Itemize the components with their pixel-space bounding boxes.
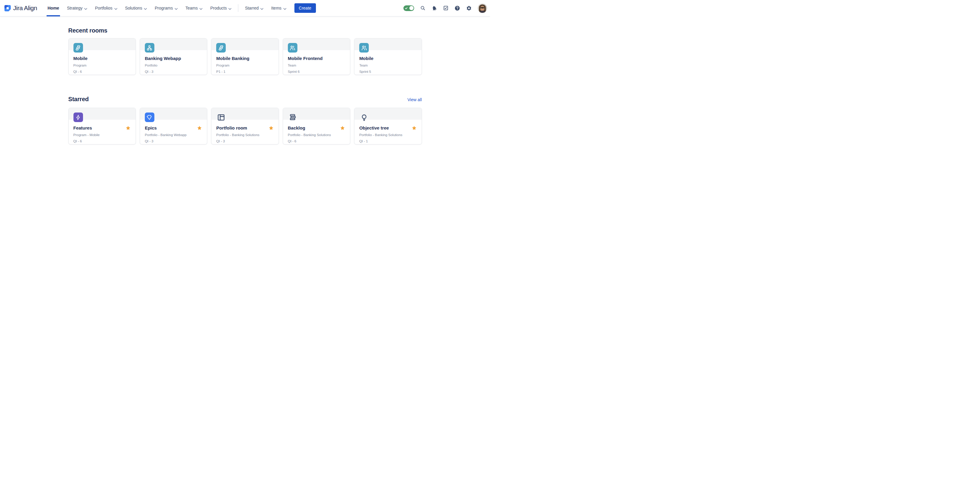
roadmap-icon — [73, 43, 83, 52]
card-meta: QI - 6 — [288, 139, 345, 143]
view-all-link[interactable]: View all — [407, 97, 422, 102]
backlog-icon — [288, 113, 298, 122]
card-title: Features — [73, 126, 92, 131]
team-icon — [359, 43, 369, 52]
room-card[interactable]: Features Program - Mobile QI - 6 — [68, 108, 136, 145]
nav-item-teams[interactable]: Teams — [181, 0, 206, 16]
card-title: Objective tree — [359, 126, 389, 131]
recent-rooms-header: Recent rooms — [68, 27, 422, 34]
check-icon — [405, 7, 407, 10]
notifications-icon[interactable] — [431, 5, 438, 12]
star-icon[interactable] — [340, 126, 345, 131]
nav-item-label: Portfolios — [95, 6, 112, 10]
sync-toggle[interactable] — [403, 5, 414, 11]
chevron-down-icon — [260, 6, 263, 11]
room-card[interactable]: Mobile Team Sprint 5 — [354, 38, 422, 75]
card-title: Mobile — [73, 56, 88, 61]
brand-name: Jira Align — [13, 5, 37, 12]
nav-item-items[interactable]: Items — [267, 0, 290, 16]
card-meta: QI - 3 — [145, 139, 202, 143]
nav-item-solutions[interactable]: Solutions — [121, 0, 151, 16]
top-nav-bar: Jira Align HomeStrategyPortfoliosSolutio… — [0, 0, 490, 16]
card-meta: QI - 3 — [216, 139, 274, 143]
nav-item-products[interactable]: Products — [206, 0, 235, 16]
room-card[interactable]: Portfolio room Portfolio - Banking Solut… — [211, 108, 278, 145]
chevron-down-icon — [199, 6, 202, 11]
room-card[interactable]: Objective tree Portfolio - Banking Solut… — [354, 108, 422, 145]
chevron-down-icon — [175, 6, 178, 11]
room-card[interactable]: Banking Webapp Portfolio QI - 3 — [140, 38, 207, 75]
create-button[interactable]: Create — [294, 3, 316, 13]
card-meta: Sprint 5 — [359, 70, 417, 74]
card-meta: QI - 1 — [359, 139, 417, 143]
starred-cards: Features Program - Mobile QI - 6 Epics P… — [68, 108, 422, 145]
section-title-starred: Starred — [68, 96, 89, 103]
chevron-down-icon — [144, 6, 147, 11]
card-subtitle: Portfolio — [145, 64, 202, 67]
tasks-icon[interactable] — [443, 5, 449, 11]
card-subtitle: Program — [73, 64, 131, 67]
toggle-knob — [409, 6, 414, 10]
star-icon[interactable] — [197, 126, 202, 131]
nav-item-label: Products — [210, 6, 227, 10]
star-icon[interactable] — [412, 126, 417, 131]
card-meta: QI - 3 — [145, 70, 202, 74]
brand-logo[interactable]: Jira Align — [4, 5, 37, 12]
nav-item-programs[interactable]: Programs — [151, 0, 181, 16]
nav-item-strategy[interactable]: Strategy — [63, 0, 91, 16]
card-title: Banking Webapp — [145, 56, 181, 61]
card-meta: Sprint 6 — [288, 70, 345, 74]
nav-right-controls — [403, 3, 487, 13]
star-icon[interactable] — [269, 126, 274, 131]
card-title: Mobile Frontend — [288, 56, 323, 61]
chevron-down-icon — [228, 6, 231, 11]
nav-item-portfolios[interactable]: Portfolios — [91, 0, 121, 16]
card-subtitle: Program — [216, 64, 274, 67]
nav-item-label: Strategy — [67, 6, 83, 10]
room-card[interactable]: Mobile Frontend Team Sprint 6 — [283, 38, 350, 75]
lightbulb-icon — [359, 113, 369, 122]
room-card[interactable]: Mobile Banking Program P1 - 1 — [211, 38, 278, 75]
recent-rooms-cards: Mobile Program QI - 6 Banking Webapp Por… — [68, 38, 422, 75]
team-icon — [288, 43, 298, 52]
search-icon[interactable] — [420, 5, 425, 11]
main-content: Recent rooms Mobile Program QI - 6 Banki… — [68, 27, 422, 145]
nav-item-label: Starred — [245, 6, 259, 10]
card-subtitle: Program - Mobile — [73, 133, 131, 137]
nav-item-home[interactable]: Home — [44, 0, 63, 16]
chevron-down-icon — [115, 6, 117, 11]
jira-align-logo-icon — [4, 5, 11, 12]
room-card[interactable]: Backlog Portfolio - Banking Solutions QI… — [283, 108, 350, 145]
room-card[interactable]: Mobile Program QI - 6 — [68, 38, 136, 75]
starred-header: Starred View all — [68, 96, 422, 103]
card-title: Mobile Banking — [216, 56, 249, 61]
gem-icon — [145, 113, 154, 122]
chevron-down-icon — [84, 6, 87, 11]
card-subtitle: Team — [288, 64, 345, 67]
card-title: Mobile — [359, 56, 374, 61]
room-card[interactable]: Epics Portfolio - Banking Webapp QI - 3 — [140, 108, 207, 145]
nav-item-label: Teams — [185, 6, 198, 10]
card-meta: P1 - 1 — [216, 70, 274, 74]
bolt-icon — [73, 113, 83, 122]
nav-item-label: Programs — [155, 6, 173, 10]
card-subtitle: Team — [359, 64, 417, 67]
sitemap-icon — [145, 43, 154, 52]
chevron-down-icon — [283, 6, 286, 11]
card-subtitle: Portfolio - Banking Solutions — [216, 133, 274, 137]
card-subtitle: Portfolio - Banking Webapp — [145, 133, 202, 137]
nav-item-starred[interactable]: Starred — [241, 0, 267, 16]
nav-item-label: Solutions — [125, 6, 142, 10]
settings-icon[interactable] — [466, 5, 472, 11]
card-title: Epics — [145, 126, 157, 131]
help-icon[interactable] — [455, 5, 460, 11]
primary-nav: HomeStrategyPortfoliosSolutionsProgramsT… — [44, 0, 290, 16]
section-title-recent-rooms: Recent rooms — [68, 27, 108, 34]
avatar[interactable] — [478, 3, 487, 13]
nav-item-label: Home — [48, 6, 59, 10]
card-subtitle: Portfolio - Banking Solutions — [359, 133, 417, 137]
layout-icon — [216, 113, 226, 122]
roadmap-icon — [216, 43, 226, 52]
star-icon[interactable] — [126, 126, 131, 131]
nav-item-label: Items — [271, 6, 281, 10]
